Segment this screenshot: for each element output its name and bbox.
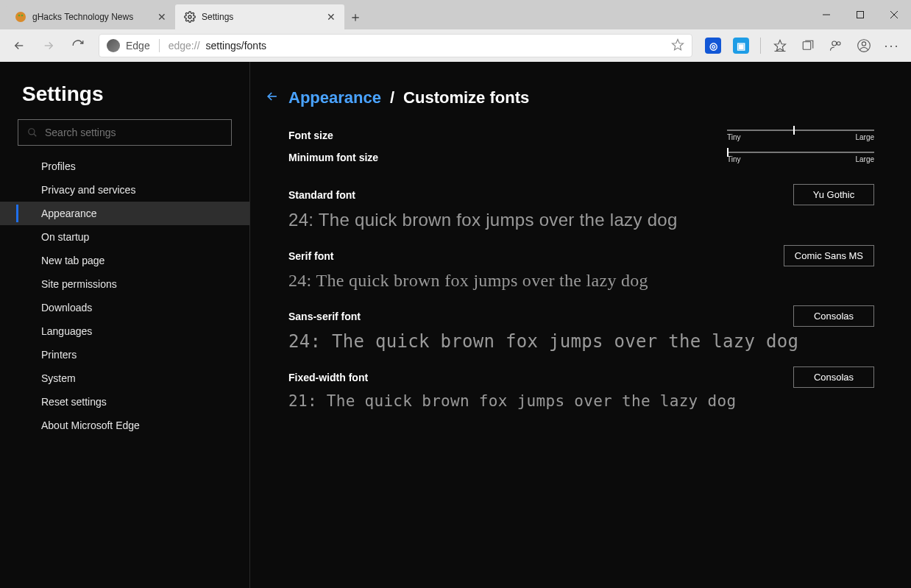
search-input[interactable] [45,127,222,138]
settings-nav: Profiles Privacy and services Appearance… [0,155,249,437]
sidebar-item-label: Languages [41,325,92,337]
tab-close-icon[interactable]: ✕ [157,12,166,22]
extension-b-icon[interactable]: ▣ [728,32,754,59]
svg-point-12 [832,41,837,46]
breadcrumb-current: Customize fonts [403,88,529,107]
window-minimize-icon[interactable] [809,0,843,29]
fixed-font-select[interactable]: Consolas [793,366,874,388]
breadcrumb-separator: / [390,88,394,107]
serif-font-select[interactable]: Comic Sans MS [784,245,874,266]
favorites-icon[interactable] [767,32,793,59]
profile-icon[interactable] [851,32,877,59]
sans-font-select[interactable]: Consolas [793,305,874,327]
breadcrumb-back-icon[interactable] [265,89,280,107]
standard-font-select[interactable]: Yu Gothic [793,184,874,205]
svg-point-16 [29,129,35,135]
tab-close-icon[interactable]: ✕ [327,12,336,22]
sidebar-item-label: Appearance [41,208,97,219]
back-button[interactable] [6,32,32,59]
search-settings-field[interactable] [18,119,232,146]
edge-label: Edge [126,40,150,52]
fixed-font-preview: 21: The quick brown fox jumps over the l… [288,392,874,410]
breadcrumb: Appearance / Customize fonts [265,88,874,107]
svg-point-2 [21,15,24,17]
fixed-font-label: Fixed-width font [288,372,368,383]
font-size-slider[interactable]: Tiny Large [727,130,874,141]
slider-min-label: Tiny [727,133,741,141]
window-close-icon[interactable] [877,0,911,29]
min-font-size-row: Minimum font size Tiny Large [288,152,874,163]
sidebar-item-languages[interactable]: Languages [0,319,249,343]
more-menu-icon[interactable]: ··· [879,32,905,59]
tab-settings[interactable]: Settings ✕ [175,4,344,29]
sidebar-item-label: On startup [41,231,89,243]
sidebar-item-label: New tab page [41,255,104,266]
sidebar-item-label: Site permissions [41,278,117,290]
collections-icon[interactable] [795,32,821,59]
refresh-button[interactable] [65,32,91,59]
browser-toolbar: Edge edge://settings/fonts ◎ ▣ ··· [0,29,911,62]
sidebar-item-label: Downloads [41,302,92,314]
standard-font-label: Standard font [288,189,355,201]
min-font-size-slider[interactable]: Tiny Large [727,152,874,163]
printers-icon [22,349,34,361]
edge-logo-icon [107,39,120,52]
forward-button[interactable] [35,32,62,59]
languages-icon [22,325,34,337]
svg-marker-8 [673,39,684,49]
sidebar-item-label: Reset settings [41,396,107,408]
settings-sidebar: Settings Profiles Privacy and services A… [0,62,250,588]
serif-font-preview: 24: The quick brown fox jumps over the l… [288,271,874,291]
window-controls [809,0,911,29]
sans-font-section: Sans-serif font Consolas 24: The quick b… [288,305,874,352]
toolbar-divider [760,38,761,54]
svg-line-17 [34,134,37,137]
settings-shell: Settings Profiles Privacy and services A… [0,62,911,588]
feedback-icon[interactable] [823,32,849,59]
sidebar-item-downloads[interactable]: Downloads [0,296,249,319]
edge-icon [22,419,34,431]
system-icon [22,372,34,384]
standard-font-preview: 24: The quick brown fox jumps over the l… [288,210,874,230]
url-scheme: edge:// [169,40,200,52]
sidebar-item-sitepermissions[interactable]: Site permissions [0,272,249,296]
slider-min-label: Tiny [727,155,741,163]
sidebar-item-reset[interactable]: Reset settings [0,390,249,414]
tab-ghacks[interactable]: gHacks Technology News ✕ [6,4,175,29]
slider-max-label: Large [855,155,874,163]
sidebar-item-profiles[interactable]: Profiles [0,155,249,178]
standard-font-section: Standard font Yu Gothic 24: The quick br… [288,184,874,230]
svg-point-0 [15,12,26,22]
sidebar-item-label: About Microsoft Edge [41,419,140,431]
slider-max-label: Large [855,133,874,141]
min-font-size-label: Minimum font size [288,152,378,163]
window-maximize-icon[interactable] [843,0,877,29]
settings-content: Appearance / Customize fonts Font size T… [250,62,911,588]
address-bar[interactable]: Edge edge://settings/fonts [99,34,692,57]
sidebar-item-newtab[interactable]: New tab page [0,249,249,272]
sidebar-item-about[interactable]: About Microsoft Edge [0,414,249,437]
tab-title: Settings [202,12,321,22]
downloads-icon [22,302,34,314]
svg-point-15 [862,42,865,46]
sidebar-item-system[interactable]: System [0,366,249,390]
favorite-star-icon[interactable] [671,38,684,54]
settings-favicon [184,11,196,23]
profiles-icon [22,160,34,172]
sans-font-label: Sans-serif font [288,311,361,322]
font-size-label: Font size [288,130,333,141]
url-path: settings/fonts [206,40,267,52]
serif-font-label: Serif font [288,250,333,262]
font-size-row: Font size Tiny Large [288,130,874,141]
sidebar-item-label: Printers [41,349,77,361]
sidebar-item-startup[interactable]: On startup [0,225,249,249]
breadcrumb-parent-link[interactable]: Appearance [288,88,381,107]
serif-font-section: Serif font Comic Sans MS 24: The quick b… [288,245,874,291]
sidebar-item-privacy[interactable]: Privacy and services [0,178,249,202]
svg-point-1 [18,15,21,17]
extension-a-icon[interactable]: ◎ [700,32,726,59]
sidebar-item-appearance[interactable]: Appearance [0,202,249,225]
sidebar-item-printers[interactable]: Printers [0,343,249,366]
ghacks-favicon [15,11,26,23]
new-tab-button[interactable]: ＋ [344,4,366,29]
